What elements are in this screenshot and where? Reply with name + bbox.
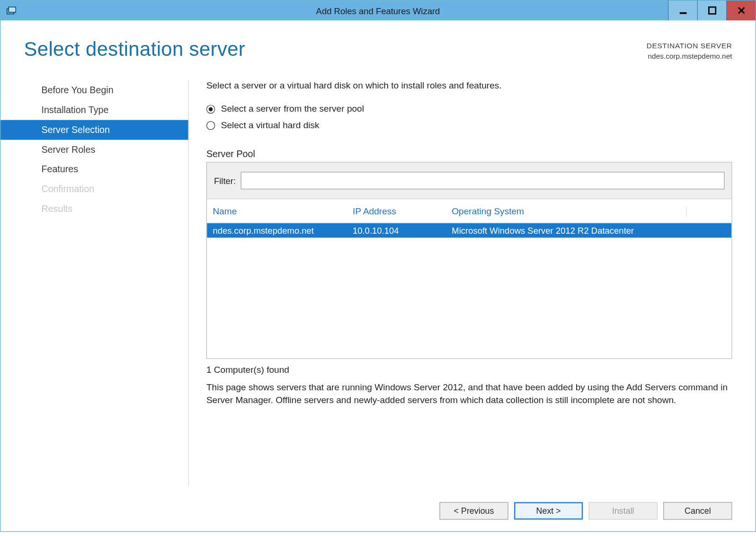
install-button[interactable]: Install	[589, 502, 658, 519]
cell-os: Microsoft Windows Server 2012 R2 Datacen…	[452, 226, 726, 236]
col-header-os[interactable]: Operating System	[452, 206, 686, 217]
page-title: Select destination server	[24, 38, 245, 61]
radio-server-pool[interactable]: Select a server from the server pool	[206, 104, 732, 114]
body-row: Before You BeginInstallation TypeServer …	[0, 68, 756, 493]
nav-item-server-selection[interactable]: Server Selection	[0, 120, 188, 140]
server-pool-label: Server Pool	[206, 149, 732, 159]
cancel-button[interactable]: Cancel	[663, 502, 732, 519]
nav-item-before-you-begin[interactable]: Before You Begin	[0, 80, 188, 100]
server-table: Name IP Address Operating System ndes.co…	[207, 199, 731, 358]
window-title: Add Roles and Features Wizard	[0, 6, 756, 16]
destination-label: DESTINATION SERVER	[647, 41, 732, 52]
header-row: Select destination server DESTINATION SE…	[0, 20, 756, 68]
radio-icon	[206, 121, 215, 129]
col-header-pad	[686, 206, 726, 217]
cell-name: ndes.corp.mstepdemo.net	[213, 226, 353, 236]
filter-label: Filter:	[214, 176, 236, 185]
destination-value: ndes.corp.mstepdemo.net	[647, 52, 732, 62]
nav-item-results: Results	[0, 199, 188, 219]
minimize-button[interactable]	[668, 0, 697, 20]
titlebar: Add Roles and Features Wizard	[0, 0, 756, 20]
radio-vhd[interactable]: Select a virtual hard disk	[206, 120, 732, 131]
server-pool-box: Filter: Name IP Address Operating System…	[206, 162, 732, 359]
col-header-name[interactable]: Name	[213, 206, 353, 217]
filter-bar: Filter:	[207, 163, 731, 200]
next-button[interactable]: Next >	[514, 502, 583, 519]
table-header: Name IP Address Operating System	[207, 199, 731, 223]
table-body: ndes.corp.mstepdemo.net10.0.10.104Micros…	[207, 223, 731, 359]
help-text: This page shows servers that are running…	[206, 381, 732, 407]
col-header-ip[interactable]: IP Address	[353, 206, 452, 217]
wizard-nav: Before You BeginInstallation TypeServer …	[0, 73, 188, 493]
app-icon	[5, 5, 17, 17]
radio-label: Select a server from the server pool	[221, 104, 364, 114]
previous-button[interactable]: < Previous	[439, 502, 508, 519]
nav-item-installation-type[interactable]: Installation Type	[0, 100, 188, 120]
footer: < Previous Next > Install Cancel	[0, 493, 756, 531]
radio-label: Select a virtual hard disk	[221, 120, 320, 131]
nav-item-confirmation: Confirmation	[0, 179, 188, 199]
computers-found-label: 1 Computer(s) found	[206, 365, 732, 375]
main-pane: Select a server or a virtual hard disk o…	[189, 73, 732, 493]
svg-rect-2	[679, 12, 686, 14]
nav-item-features[interactable]: Features	[0, 159, 188, 179]
content: Select destination server DESTINATION SE…	[0, 20, 756, 531]
filter-input[interactable]	[240, 172, 725, 189]
close-button[interactable]	[726, 0, 756, 20]
nav-item-server-roles[interactable]: Server Roles	[0, 140, 188, 160]
destination-block: DESTINATION SERVER ndes.corp.mstepdemo.n…	[647, 38, 732, 62]
cell-ip: 10.0.10.104	[353, 226, 452, 236]
maximize-button[interactable]	[697, 0, 727, 20]
table-row[interactable]: ndes.corp.mstepdemo.net10.0.10.104Micros…	[207, 223, 731, 238]
radio-icon	[206, 105, 215, 113]
svg-rect-1	[9, 7, 16, 12]
window-controls	[668, 0, 756, 20]
wizard-window: Add Roles and Features Wizard Select des…	[0, 0, 756, 532]
instruction-text: Select a server or a virtual hard disk o…	[206, 80, 732, 91]
svg-rect-3	[709, 7, 716, 14]
